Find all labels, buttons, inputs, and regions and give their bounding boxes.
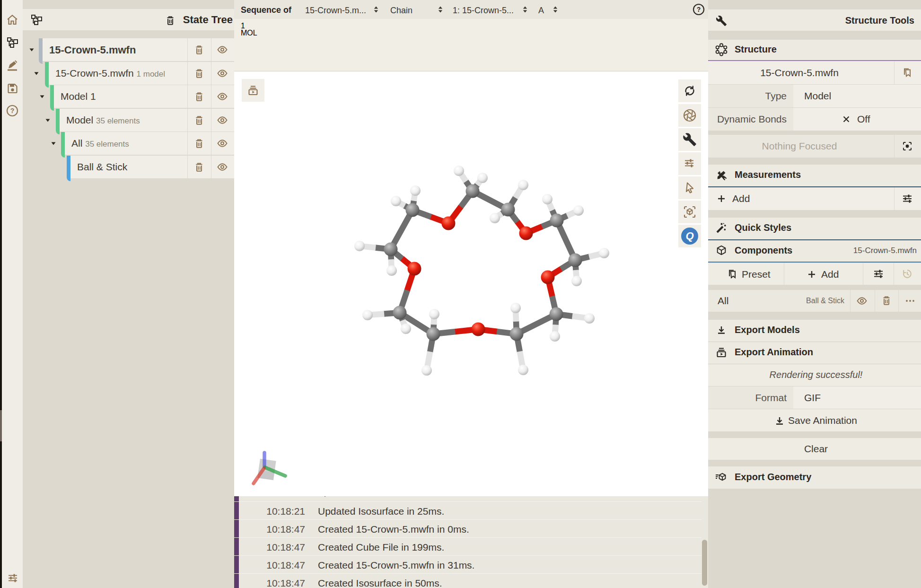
svg-text:?: ?	[10, 107, 15, 114]
svg-text:?: ?	[697, 6, 701, 13]
